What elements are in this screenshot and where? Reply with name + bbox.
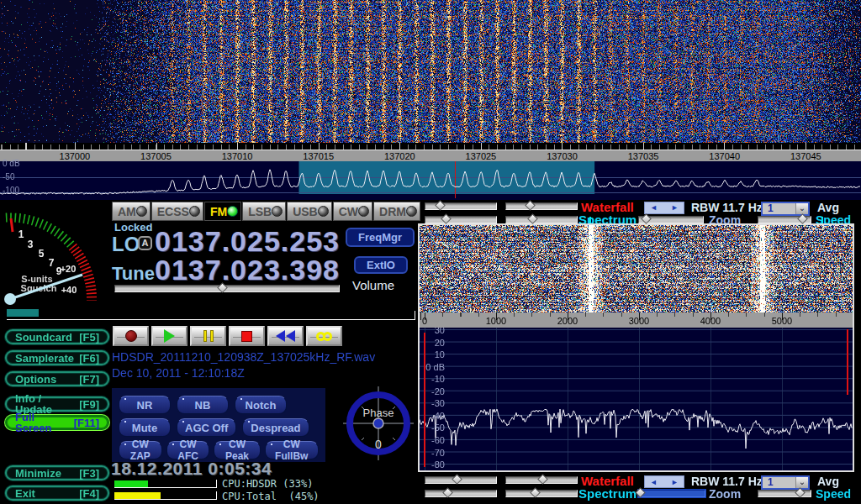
mode-button-usb[interactable]: USB <box>287 202 332 221</box>
avg-label-bottom: Avg <box>817 476 839 487</box>
rf-frequency-ruler[interactable]: 1370001370051370101370151370201370251370… <box>0 150 861 161</box>
despread-button[interactable]: Despread <box>242 418 309 437</box>
record-button[interactable] <box>113 326 149 346</box>
waterfall-lower-slider-2-thumb[interactable] <box>537 474 548 485</box>
audio-frequency-ruler[interactable]: 010002000300040005000 <box>420 312 853 328</box>
speed-lower-slider[interactable] <box>758 490 811 497</box>
mode-button-lsb[interactable]: LSB <box>242 202 286 221</box>
mode-led-icon <box>406 206 417 217</box>
spectrum-label-bottom: Spectrum <box>578 488 637 499</box>
minimize-button[interactable]: Minimize[F3] <box>5 465 109 480</box>
mute-button[interactable]: Mute <box>119 418 171 437</box>
play-button[interactable] <box>151 326 188 346</box>
spinner-right-icon[interactable]: ► <box>671 478 679 486</box>
stop-button[interactable] <box>229 326 265 346</box>
agc-off-button[interactable]: AGC Off <box>177 418 236 437</box>
soundcard-button[interactable]: Soundcard[F5] <box>5 329 109 344</box>
tune-frequency-value[interactable]: 0137.023.398 <box>155 257 340 282</box>
mode-label: ECSS <box>157 205 189 218</box>
spectrum-upper-slider-2-thumb[interactable] <box>527 213 538 224</box>
playback-progress-bar[interactable] <box>7 310 415 320</box>
spectrum-upper-slider-1-thumb[interactable] <box>441 213 452 224</box>
svg-text:+40: +40 <box>61 285 77 295</box>
auto-badge-icon[interactable]: A <box>138 236 152 250</box>
waterfall-upper-slider-1-thumb[interactable] <box>436 200 446 211</box>
waterfall-upper-slider-1[interactable] <box>425 202 497 210</box>
spinner-right-icon[interactable]: ► <box>671 204 679 212</box>
mode-button-drm[interactable]: DRM <box>373 202 420 221</box>
full-screen-button[interactable]: Full Screen[F11] <box>5 415 109 430</box>
rf-spectrum-display[interactable]: 0 dB-50-100 <box>0 161 861 200</box>
waterfall-upper-slider-2[interactable] <box>505 202 578 210</box>
rewind-button[interactable] <box>267 326 304 346</box>
mode-button-fm[interactable]: FM <box>204 202 241 221</box>
speed-label-bottom: Speed <box>816 489 851 500</box>
mode-button-cw[interactable]: CW <box>333 202 372 221</box>
mode-label: AM <box>118 205 136 218</box>
waterfall-lower-slider-1[interactable] <box>425 476 497 484</box>
button-label: Options <box>15 374 56 385</box>
spinner-left-icon[interactable]: ◄ <box>650 204 658 212</box>
button-fkey: [F11] <box>74 417 99 428</box>
freqmgr-button[interactable]: FreqMgr <box>346 228 415 247</box>
cw-fullbw-button[interactable]: CW FullBw <box>265 441 319 459</box>
loop-button[interactable] <box>306 326 342 346</box>
zoom-upper-slider-thumb[interactable] <box>641 213 652 224</box>
cpu-total-text: CPU:Total (45%) <box>222 491 320 502</box>
rbw-spinner-bottom[interactable]: ◄ ► <box>644 475 684 488</box>
speed-upper-slider-thumb[interactable] <box>797 213 808 224</box>
spectrum-lower-slider-2[interactable] <box>505 490 578 497</box>
s-meter: 1 3 5 7 9 +20 +40 S-units Squelch <box>0 202 109 307</box>
notch-button[interactable]: Notch <box>235 396 287 414</box>
zoom-upper-slider[interactable] <box>638 216 704 223</box>
spinner-left-icon[interactable]: ◄ <box>650 478 658 486</box>
speed-upper-slider[interactable] <box>758 216 811 223</box>
mode-button-am[interactable]: AM <box>112 202 151 221</box>
cw-afc-button[interactable]: CW AFC <box>166 441 210 459</box>
spectrum-upper-slider-1[interactable] <box>425 216 497 223</box>
extio-button[interactable]: ExtIO <box>354 256 408 274</box>
audio-waterfall-display[interactable] <box>420 225 853 312</box>
svg-text:1: 1 <box>18 228 24 240</box>
chevron-down-icon[interactable]: ⌄ <box>795 477 808 488</box>
cw-zap-button[interactable]: CW ZAP <box>119 441 162 459</box>
waterfall-lower-slider-2[interactable] <box>505 476 578 484</box>
chevron-down-icon[interactable]: ⌄ <box>795 203 808 214</box>
spectrum-lower-slider-1[interactable] <box>425 490 497 497</box>
pause-button[interactable] <box>190 326 226 346</box>
band-edge-marker[interactable] <box>847 329 848 395</box>
clock-datetime: 18.12.2011 0:05:34 <box>111 459 272 479</box>
mode-button-ecss[interactable]: ECSS <box>151 202 203 221</box>
band-edge-marker[interactable] <box>424 333 425 467</box>
zoom-lower-slider[interactable] <box>638 490 705 497</box>
samplerate-button[interactable]: Samplerate[F6] <box>5 350 109 365</box>
waterfall-lower-slider-1-thumb[interactable] <box>452 474 462 485</box>
avg-dropdown-bottom[interactable]: 1 ⌄ <box>761 475 810 490</box>
dsp-button-panel: NRNBNotchMuteAGC OffDespreadCW ZAPCW AFC… <box>112 388 325 462</box>
volume-slider[interactable] <box>114 285 340 292</box>
ruler-label: 137010 <box>210 151 264 161</box>
nr-button[interactable]: NR <box>119 396 171 414</box>
audio-spectrum-display[interactable]: 3020100 dB-10-20-30-40-50-60-70-80 <box>420 328 853 470</box>
volume-label: Volume <box>352 278 394 292</box>
spectrum-lower-slider-1-thumb[interactable] <box>442 487 453 498</box>
spectrum-upper-slider-2[interactable] <box>505 216 578 223</box>
ruler-label: 137025 <box>454 151 508 161</box>
mode-label: FM <box>210 205 227 218</box>
nb-button[interactable]: NB <box>177 396 229 414</box>
volume-slider-thumb[interactable] <box>217 282 228 293</box>
phase-center-dot <box>373 418 383 428</box>
zoom-label-bottom: Zoom <box>709 489 741 500</box>
lo-frequency-value[interactable]: 0137.025.253 <box>155 228 340 254</box>
spectrum-lower-slider-2-thumb[interactable] <box>530 487 541 498</box>
waterfall-upper-slider-2-thumb[interactable] <box>526 200 536 211</box>
button-fkey: [F9] <box>79 399 99 410</box>
rbw-label-bottom: RBW 11.7 Hz <box>691 476 763 487</box>
options-button[interactable]: Options[F7] <box>5 371 109 386</box>
exit-button[interactable]: Exit[F4] <box>5 486 109 501</box>
rbw-spinner[interactable]: ◄ ► <box>644 202 684 214</box>
speed-lower-slider-thumb[interactable] <box>795 487 806 498</box>
info-update-button[interactable]: Info / Update[F9] <box>5 396 109 412</box>
rf-waterfall-display[interactable] <box>0 0 861 143</box>
cw-peak-button[interactable]: CW Peak <box>214 441 260 459</box>
